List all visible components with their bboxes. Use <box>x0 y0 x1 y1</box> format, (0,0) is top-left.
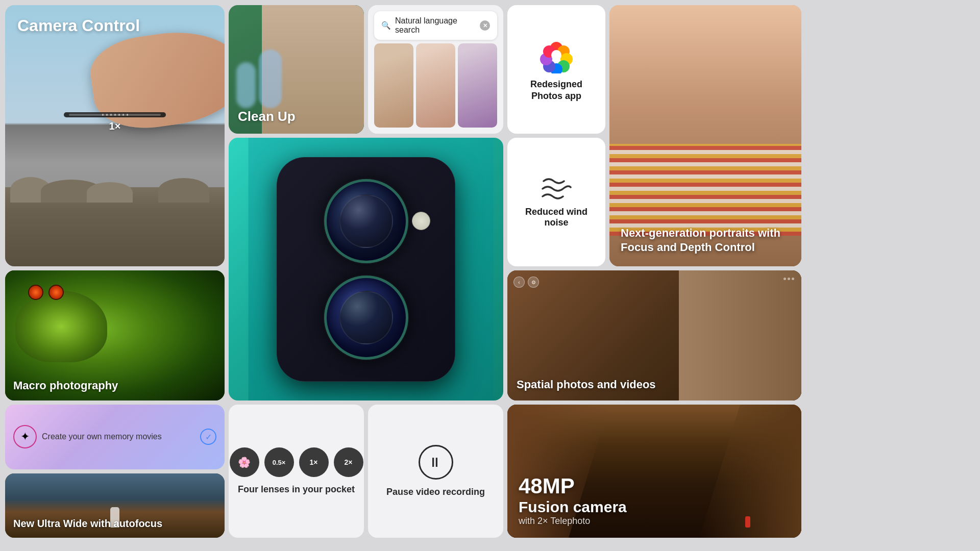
pause-icon: ⏸ <box>428 455 443 470</box>
portraits-tile: Next-generation portraits with Focus and… <box>609 5 801 266</box>
two-x-btn[interactable]: 2× <box>334 447 363 477</box>
svg-point-8 <box>551 50 561 60</box>
wind-title: Reduced wind noise <box>516 207 597 228</box>
frog-eye-left <box>28 285 43 300</box>
spatial-dots <box>783 278 794 280</box>
memory-submit-btn[interactable]: ✓ <box>200 429 216 445</box>
camera-control-slider: 1× <box>64 112 166 132</box>
portrait-shirt <box>609 144 801 236</box>
portraits-title: Next-generation portraits with Focus and… <box>621 226 790 255</box>
photos-app-title: Redesigned Photos app <box>516 79 597 103</box>
ultrawide-tile: New Ultra Wide with autofocus <box>5 473 225 538</box>
memory-tile[interactable]: ✦ Create your own memory movies ✓ <box>5 405 225 469</box>
glowing-figures <box>236 49 282 108</box>
photo-thumb-3 <box>458 43 497 128</box>
cleanup-title: Clean Up <box>238 109 296 124</box>
canyon-person <box>745 516 750 528</box>
memory-icon: ✦ <box>13 425 37 448</box>
fusion-title-big: 48MP <box>519 474 627 498</box>
spatial-title: Spatial photos and videos <box>517 378 656 391</box>
search-tile: 🔍 Natural language search ✕ <box>368 5 503 134</box>
fusion-title-small: with 2× Telephoto <box>519 516 627 527</box>
half-x-btn[interactable]: 0.5× <box>264 447 294 477</box>
one-x-btn[interactable]: 1× <box>299 447 329 477</box>
flash-top <box>412 212 430 230</box>
pause-tile: ⏸ Pause video recording <box>368 405 503 538</box>
lens-bottom <box>324 276 408 360</box>
lens-buttons: 🌸 0.5× 1× 2× <box>230 447 363 477</box>
search-input-text: Natural language search <box>395 16 476 35</box>
photos-app-tile: Redesigned Photos app <box>507 5 605 134</box>
col1-bottom-container: ✦ Create your own memory movies ✓ New Ul… <box>5 405 225 538</box>
fusion-title: 48MP Fusion camera with 2× Telephoto <box>519 474 627 527</box>
center-camera-tile <box>229 138 503 400</box>
photo-thumb-2 <box>416 43 455 128</box>
search-icon: 🔍 <box>381 21 391 30</box>
frog-eye-right <box>48 285 64 300</box>
zoom-level: 1× <box>64 120 166 132</box>
fusion-tile: 48MP Fusion camera with 2× Telephoto <box>507 405 801 538</box>
four-lenses-tile: 🌸 0.5× 1× 2× Four lenses in your pocket <box>229 405 364 538</box>
cleanup-tile: Clean Up <box>229 5 364 134</box>
search-input-bar[interactable]: 🔍 Natural language search ✕ <box>374 11 497 40</box>
camera-control-title: Camera Control <box>17 16 140 35</box>
spatial-tile: ‹ ⚙ Spatial photos and videos <box>507 270 801 400</box>
macro-title: Macro photography <box>13 379 118 392</box>
wind-noise-tile: Reduced wind noise <box>507 138 605 266</box>
camera-control-tile: Camera Control 1× <box>5 5 225 266</box>
spatial-ui-overlay: ‹ ⚙ <box>513 277 539 288</box>
stone-wall <box>679 270 801 400</box>
pause-label: Pause video recording <box>386 487 485 497</box>
wind-icon <box>541 176 572 202</box>
memory-input-text: Create your own memory movies <box>42 432 195 441</box>
lens-top <box>324 179 408 263</box>
macro-tile: Macro photography <box>5 270 225 400</box>
frog-body <box>15 291 107 362</box>
camera-housing <box>277 157 455 382</box>
photo-thumb-1 <box>374 43 413 128</box>
four-lenses-label: Four lenses in your pocket <box>238 484 355 495</box>
photos-app-icon <box>538 37 575 73</box>
pause-button[interactable]: ⏸ <box>419 445 453 480</box>
flower-lens-btn[interactable]: 🌸 <box>230 447 259 477</box>
photo-grid <box>374 43 497 128</box>
fusion-title-sub: Fusion camera <box>519 498 627 516</box>
search-clear-btn[interactable]: ✕ <box>480 20 490 31</box>
landscape-bg <box>5 187 225 266</box>
ultrawide-title: New Ultra Wide with autofocus <box>13 518 162 530</box>
